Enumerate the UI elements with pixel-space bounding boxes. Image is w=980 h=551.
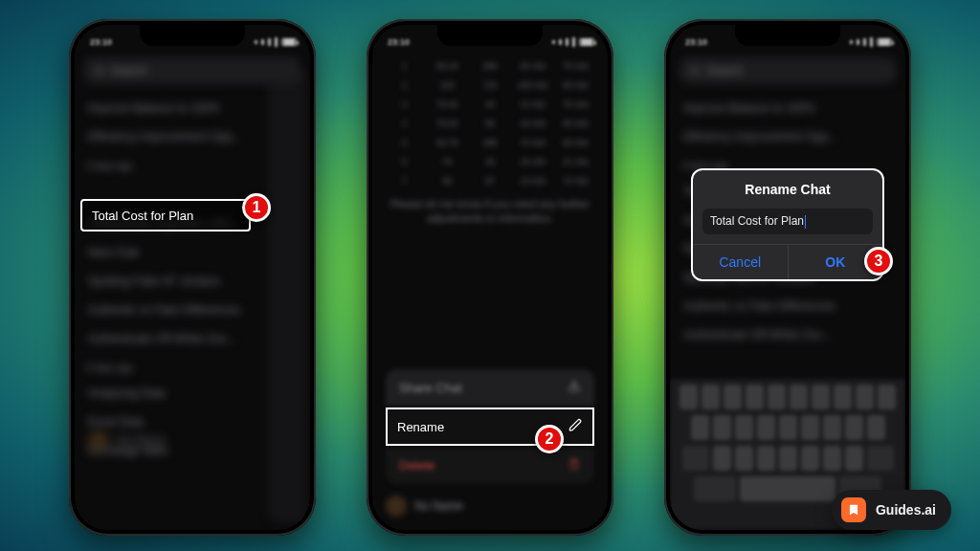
trash-icon (568, 457, 581, 474)
signal-icon (850, 40, 853, 44)
step-badge-1: 1 (242, 193, 271, 222)
highlighted-chat-label: Total Cost for Plan (92, 209, 193, 223)
share-label: Share Chat (399, 381, 462, 395)
signal-icon (552, 40, 555, 44)
list-item[interactable]: Spotting Fake AF Jordans (84, 267, 301, 296)
signal-icon (275, 37, 278, 47)
section-header: 6 days ago (86, 363, 301, 373)
phone-frame-2: 23:10 180.1828832 min75 min 2120724108 m… (367, 19, 613, 536)
status-time: 23:10 (685, 37, 707, 47)
signal-icon (572, 37, 575, 47)
search-input[interactable]: Search (679, 57, 896, 84)
share-chat-menu-item[interactable]: Share Chat (386, 369, 594, 408)
delete-menu-item[interactable]: Delete (386, 446, 594, 484)
list-item[interactable]: Authentic vs Fake Differences (679, 292, 896, 320)
signal-icon (857, 39, 859, 45)
svg-line-1 (101, 73, 103, 75)
blurred-background-phone2: 180.1828832 min75 min 2120724108 min80 m… (372, 52, 608, 238)
phone-frame-1: 23:10 Search Improve Balance to 100% (69, 19, 316, 536)
signal-icon (268, 38, 271, 46)
signal-icon (559, 39, 562, 45)
notch (735, 25, 840, 46)
svg-line-4 (697, 73, 699, 75)
chat-list: Improve Balance to 100% Efficiency Impro… (75, 94, 310, 465)
battery-icon (579, 38, 594, 46)
step-badge-2: 2 (535, 425, 564, 453)
search-icon (94, 65, 105, 77)
list-item[interactable]: Efficiency Improvement Opp... (679, 122, 896, 151)
list-item[interactable]: New Chat (84, 238, 301, 267)
delete-label: Delete (399, 458, 435, 473)
dialog-title: Rename Chat (693, 170, 882, 205)
status-icons (850, 37, 892, 47)
status-icons (255, 37, 297, 47)
list-item[interactable]: Authenticate Off-White Zoo... (679, 320, 896, 349)
svg-point-3 (691, 67, 698, 74)
list-item[interactable]: Improve Balance to 100% (84, 94, 301, 122)
status-icons (552, 37, 594, 47)
signal-icon (261, 39, 264, 45)
brand-label: Guides.ai (876, 502, 936, 518)
rename-label: Rename (397, 420, 444, 434)
context-menu: Share Chat Rename Delete (386, 369, 594, 484)
avatar (386, 496, 407, 517)
pencil-icon (568, 418, 583, 435)
rename-chat-dialog: Rename Chat Total Cost for Plan Cancel O… (691, 168, 884, 281)
status-time: 23:10 (388, 37, 410, 47)
section-header: 3 days ago (86, 161, 301, 171)
signal-icon (863, 38, 866, 46)
avatar (88, 430, 109, 452)
search-placeholder: Search (706, 64, 743, 77)
step-badge-3: 3 (864, 247, 893, 276)
account-name: No Name (117, 434, 166, 448)
rename-input[interactable]: Total Cost for Plan (702, 209, 873, 234)
list-item[interactable]: Authentic vs Fake Differences (84, 296, 301, 324)
search-icon (689, 65, 701, 77)
search-placeholder: Search (111, 64, 147, 77)
dialog-buttons: Cancel OK (693, 244, 882, 279)
signal-icon (870, 37, 873, 47)
rename-input-value: Total Cost for Plan (710, 214, 804, 228)
data-table: 180.1828832 min75 min 2120724108 min80 m… (372, 52, 608, 186)
account-row[interactable]: No Name (75, 425, 310, 457)
account-name: No Name (414, 499, 463, 513)
text-caret (805, 215, 806, 229)
screen-3: 23:10 Search Improve Balance to 100% Eff… (670, 25, 905, 530)
list-item[interactable]: Authenticate Off-White Zoo... (84, 324, 301, 353)
cancel-button[interactable]: Cancel (693, 245, 789, 279)
notch (437, 25, 543, 46)
svg-point-0 (96, 67, 102, 74)
battery-icon (281, 38, 297, 46)
screen-1: 23:10 Search Improve Balance to 100% (75, 25, 310, 530)
bookmark-icon (841, 497, 866, 522)
search-input[interactable]: Search (84, 57, 301, 84)
phone-frame-3: 23:10 Search Improve Balance to 100% Eff… (664, 19, 911, 536)
status-time: 23:10 (90, 37, 112, 47)
signal-icon (566, 38, 568, 46)
list-item[interactable]: Analyzing Data (84, 379, 301, 408)
battery-icon (877, 38, 892, 46)
assistant-message: Please let me know if you need any furth… (372, 186, 608, 238)
screen-2: 23:10 180.1828832 min75 min 2120724108 m… (372, 25, 608, 530)
account-row[interactable]: No Name (372, 490, 608, 522)
brand-watermark[interactable]: Guides.ai (832, 490, 951, 530)
notch (140, 25, 245, 46)
signal-icon (255, 40, 257, 44)
share-icon (568, 380, 581, 396)
list-item[interactable]: Efficiency Improvement Opp... (84, 122, 301, 151)
blurred-background-phone1: Search Improve Balance to 100% Efficienc… (75, 57, 310, 465)
list-item[interactable]: Improve Balance to 100% (679, 94, 896, 122)
tutorial-canvas: 23:10 Search Improve Balance to 100% (0, 0, 980, 551)
highlighted-chat-item[interactable]: Total Cost for Plan (80, 199, 251, 231)
